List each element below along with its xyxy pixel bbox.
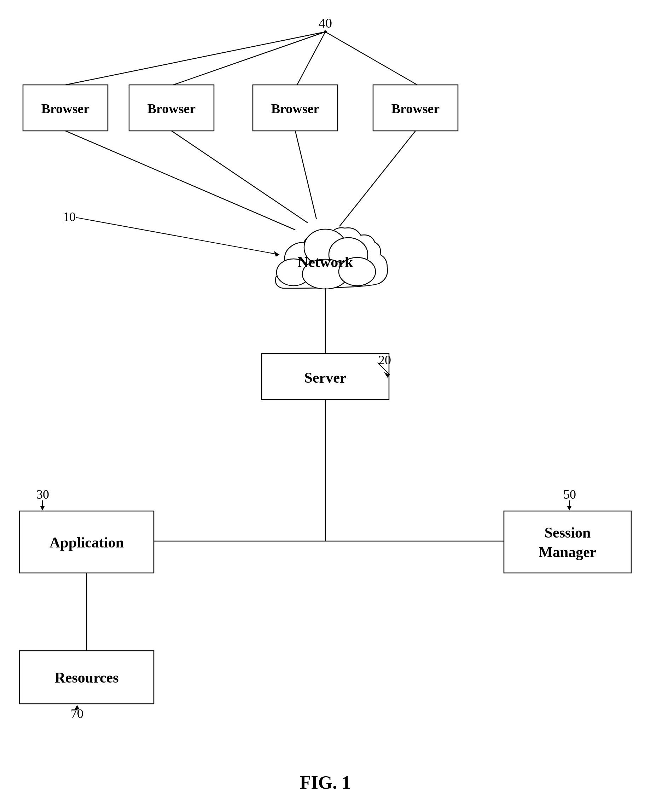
- resources-label: Resources: [55, 670, 119, 686]
- browser3-label: Browser: [271, 101, 320, 116]
- svg-marker-32: [40, 506, 45, 510]
- diagram-container: Browser Browser Browser Browser Network …: [0, 0, 651, 812]
- session-manager-label-line2: Manager: [538, 544, 596, 560]
- svg-line-12: [340, 131, 416, 226]
- browser1-label: Browser: [41, 101, 90, 116]
- svg-line-4: [325, 32, 417, 85]
- browser2-label: Browser: [148, 101, 196, 116]
- label-10: 10: [63, 210, 76, 224]
- application-label: Application: [49, 534, 124, 551]
- label-30: 30: [37, 487, 49, 502]
- svg-line-11: [295, 131, 317, 219]
- svg-marker-34: [567, 506, 572, 510]
- svg-line-27: [76, 218, 279, 255]
- server-label: Server: [305, 369, 346, 386]
- svg-line-10: [171, 131, 308, 223]
- figure-caption: FIG. 1: [300, 772, 351, 792]
- label-40: 40: [319, 15, 332, 31]
- label-50: 50: [563, 487, 576, 502]
- browser4-label: Browser: [392, 101, 440, 116]
- network-label: Network: [298, 254, 353, 270]
- main-diagram-svg: Browser Browser Browser Browser Network …: [0, 0, 651, 812]
- session-manager-label-line1: Session: [544, 525, 591, 541]
- svg-rect-25: [504, 511, 631, 573]
- svg-line-9: [66, 131, 295, 230]
